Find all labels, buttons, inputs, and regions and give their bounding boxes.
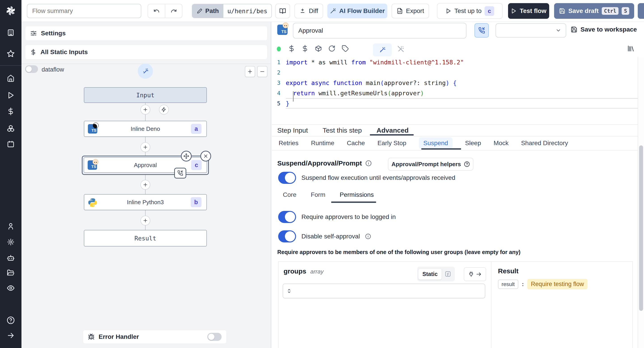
approval-prompt-helpers-button[interactable]: Approval/Prompt helpers bbox=[388, 158, 474, 171]
step-name-input[interactable] bbox=[293, 23, 466, 38]
result-key-badge[interactable]: result bbox=[498, 280, 518, 289]
scrollbar-thumb[interactable] bbox=[639, 145, 643, 311]
step-node-a[interactable]: TS Inline Deno a bbox=[84, 121, 207, 137]
undo-button[interactable] bbox=[148, 4, 165, 18]
disable-self-approval-row: Disable self-approval bbox=[278, 230, 371, 242]
code-editor[interactable]: 1import * as wmill from "windmill-client… bbox=[272, 57, 638, 108]
tab-step-input[interactable]: Step Input bbox=[277, 126, 308, 134]
save-to-workspace-button[interactable]: Save to workspace bbox=[571, 26, 637, 33]
flow-settings-bar[interactable]: Settings bbox=[25, 26, 268, 41]
input-node[interactable]: Input bbox=[84, 87, 207, 103]
flow-panel: Settings All Static Inputs dataflow Inpu… bbox=[22, 22, 271, 348]
tab-permissions[interactable]: Permissions bbox=[340, 191, 374, 198]
groups-field-type: array bbox=[310, 268, 324, 275]
function-mode-icon[interactable] bbox=[442, 271, 454, 277]
disable-self-approval-toggle[interactable] bbox=[278, 230, 296, 242]
variable-picker-icon[interactable] bbox=[288, 45, 295, 52]
tab-form[interactable]: Form bbox=[311, 191, 325, 198]
suspend-flow-toggle[interactable] bbox=[278, 172, 296, 184]
tab-sleep[interactable]: Sleep bbox=[465, 140, 481, 147]
trigger-button[interactable] bbox=[159, 105, 169, 114]
zoom-in-button[interactable] bbox=[245, 66, 255, 77]
expand-rail-icon[interactable] bbox=[0, 329, 22, 342]
tab-runtime[interactable]: Runtime bbox=[311, 140, 334, 147]
insert-step-button[interactable] bbox=[140, 142, 150, 152]
save-draft-button[interactable]: Save draft Ctrl S bbox=[554, 3, 634, 19]
script-version-select[interactable] bbox=[496, 23, 566, 38]
audit-eye-icon[interactable] bbox=[0, 282, 22, 294]
insert-step-button[interactable] bbox=[140, 180, 150, 190]
connect-input-button[interactable] bbox=[464, 267, 486, 281]
code-line[interactable]: 3export async function main(approver?: s… bbox=[272, 78, 638, 88]
code-line[interactable]: 1import * as wmill from "windmill-client… bbox=[272, 57, 638, 67]
ai-flow-builder-button[interactable]: AI Flow Builder bbox=[327, 4, 387, 18]
move-step-button[interactable] bbox=[181, 151, 192, 162]
test-flow-button[interactable]: Test flow bbox=[508, 3, 549, 19]
workspace-icon[interactable] bbox=[0, 26, 22, 39]
runs-icon[interactable] bbox=[0, 89, 22, 102]
resources-icon[interactable] bbox=[0, 122, 22, 134]
static-mode-button[interactable]: Static bbox=[418, 268, 442, 280]
info-icon[interactable] bbox=[366, 160, 372, 166]
tab-cache[interactable]: Cache bbox=[347, 140, 365, 147]
reset-icon[interactable] bbox=[328, 45, 336, 52]
all-static-inputs-bar[interactable]: All Static Inputs bbox=[25, 45, 268, 60]
users-icon[interactable] bbox=[0, 220, 22, 232]
insert-step-button[interactable] bbox=[140, 105, 150, 114]
plus-icon bbox=[143, 144, 148, 150]
windmill-logo[interactable] bbox=[0, 4, 22, 17]
redo-button[interactable] bbox=[165, 4, 182, 18]
path-button[interactable]: Path bbox=[192, 4, 224, 18]
code-line[interactable]: 5} bbox=[272, 98, 638, 108]
help-icon[interactable] bbox=[0, 314, 22, 326]
deploy-button-partial[interactable] bbox=[638, 3, 644, 19]
approval-phone-button[interactable] bbox=[174, 168, 186, 178]
variables-icon[interactable] bbox=[0, 105, 22, 118]
zoom-out-button[interactable] bbox=[257, 66, 268, 77]
tab-test-this-step[interactable]: Test this step bbox=[323, 126, 362, 134]
tab-early-stop[interactable]: Early Stop bbox=[378, 140, 406, 147]
library-icon[interactable] bbox=[627, 45, 634, 52]
require-login-toggle[interactable] bbox=[278, 211, 296, 223]
error-handler-toggle[interactable] bbox=[207, 333, 222, 341]
ai-assistant-button[interactable] bbox=[373, 44, 392, 56]
suspend-approval-button[interactable] bbox=[474, 23, 489, 38]
error-handler-bar[interactable]: Error Handler bbox=[83, 330, 227, 344]
tag-icon[interactable] bbox=[342, 45, 349, 52]
step-node-b[interactable]: Inline Python3 b bbox=[84, 194, 207, 210]
result-node[interactable]: Result bbox=[84, 230, 207, 246]
flow-summary-input[interactable] bbox=[27, 4, 141, 18]
folders-icon[interactable] bbox=[0, 266, 22, 279]
tab-shared-directory[interactable]: Shared Directory bbox=[521, 140, 568, 147]
schedules-icon[interactable] bbox=[0, 138, 22, 150]
test-up-to-button[interactable]: Test up to c bbox=[437, 3, 503, 19]
error-handler-label: Error Handler bbox=[98, 333, 203, 340]
diff-button[interactable]: Diff bbox=[294, 4, 323, 18]
home-icon[interactable] bbox=[0, 72, 22, 84]
graph-ai-button[interactable] bbox=[138, 64, 153, 79]
tab-retries[interactable]: Retries bbox=[278, 140, 298, 147]
tab-suspend[interactable]: Suspend bbox=[419, 137, 452, 149]
package-icon[interactable] bbox=[315, 45, 322, 52]
path-control[interactable]: Path u/henri/bes bbox=[192, 4, 272, 18]
ai-disabled-icon[interactable] bbox=[397, 45, 404, 53]
code-line[interactable]: 2 bbox=[272, 67, 638, 78]
settings-gear-icon[interactable] bbox=[0, 236, 22, 248]
result-row: result : Require testing flow bbox=[498, 279, 588, 290]
dataflow-toggle[interactable] bbox=[25, 65, 38, 73]
code-line[interactable]: 4 return wmill.getResumeUrls(approver) bbox=[272, 88, 638, 98]
docs-button[interactable] bbox=[275, 4, 290, 18]
info-icon[interactable] bbox=[365, 234, 371, 239]
path-value[interactable]: u/henri/bes bbox=[224, 4, 272, 18]
workers-bot-icon[interactable] bbox=[0, 252, 22, 264]
groups-array-input[interactable] bbox=[283, 284, 485, 298]
delete-step-button[interactable] bbox=[200, 151, 211, 162]
favorites-star-icon[interactable] bbox=[0, 48, 22, 60]
tab-advanced[interactable]: Advanced bbox=[376, 126, 408, 134]
export-button[interactable]: Export bbox=[392, 4, 429, 18]
tab-core[interactable]: Core bbox=[283, 191, 296, 198]
tab-mock[interactable]: Mock bbox=[494, 140, 508, 147]
divider bbox=[272, 124, 644, 125]
resource-picker-icon[interactable] bbox=[302, 45, 308, 52]
insert-step-button[interactable] bbox=[140, 216, 150, 226]
